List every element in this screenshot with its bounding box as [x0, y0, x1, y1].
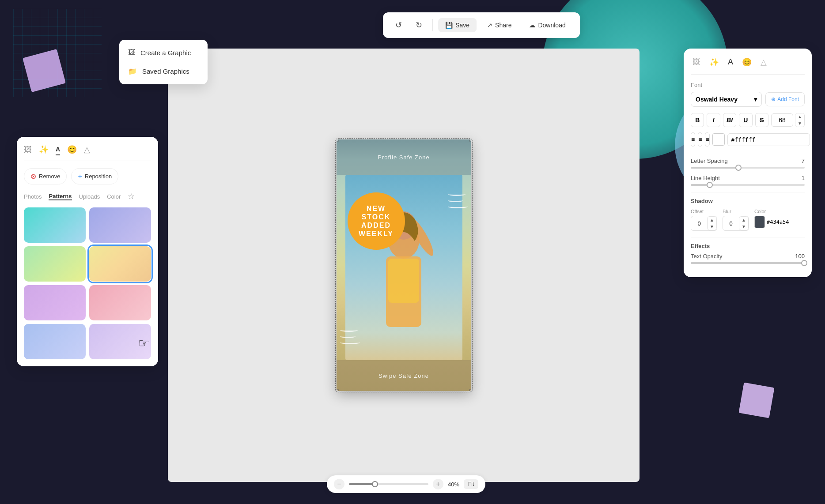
line-height-section: Line Height 1	[691, 175, 805, 186]
image-right-tab[interactable]: 🖼	[691, 56, 702, 69]
swatch-blue-purple[interactable]	[24, 324, 86, 359]
blur-input[interactable]	[723, 218, 739, 229]
zoom-fit-button[interactable]: Fit	[464, 479, 478, 489]
add-font-button[interactable]: ⊕ Add Font	[765, 92, 805, 106]
swatch-green-yellow[interactable]	[24, 246, 86, 282]
shadow-color-field: Color #434a54	[754, 209, 789, 231]
folder-icon: 📁	[128, 67, 137, 75]
font-size-input[interactable]	[771, 113, 793, 127]
bold-button[interactable]: B	[691, 113, 704, 127]
emoji-right-tab[interactable]: 😊	[740, 56, 753, 69]
letter-spacing-slider[interactable]	[691, 167, 805, 169]
create-graphic-item[interactable]: 🖼 Create a Graphic	[119, 43, 208, 62]
text-tab[interactable]: A	[56, 144, 60, 155]
right-panel: 🖼 ✨ A 😊 △ Font Oswald Heavy ▾ ⊕ Add Font…	[684, 49, 812, 277]
swatch-purple2[interactable]	[24, 285, 86, 320]
swatch-teal[interactable]	[24, 207, 86, 243]
swatch-pink[interactable]	[89, 285, 151, 320]
offset-down[interactable]: ▼	[708, 223, 716, 230]
zoom-minus-button[interactable]: −	[334, 479, 344, 489]
magic-tab-icon[interactable]: ✨	[39, 145, 49, 154]
underline-button[interactable]: U	[739, 113, 752, 127]
remove-icon: ⊗	[30, 172, 36, 181]
remove-button[interactable]: ⊗ Remove	[24, 168, 67, 184]
italic-button[interactable]: I	[707, 113, 720, 127]
star-icon[interactable]: ☆	[128, 192, 135, 201]
action-buttons: ⊗ Remove + Reposition	[24, 168, 151, 184]
font-size-up[interactable]: ▲	[795, 113, 804, 120]
text-color-swatch[interactable]	[712, 133, 725, 146]
text-right-tab[interactable]: A	[726, 56, 735, 69]
font-row: Oswald Heavy ▾ ⊕ Add Font	[691, 92, 805, 107]
reposition-button[interactable]: + Reposition	[71, 168, 118, 184]
emoji-tab-icon[interactable]: 😊	[67, 145, 77, 154]
offset-input[interactable]	[691, 218, 707, 229]
undo-button[interactable]: ↺	[390, 17, 407, 34]
align-right-button[interactable]: ≡	[705, 132, 709, 147]
letter-spacing-value: 7	[802, 158, 805, 164]
letter-spacing-label: Letter Spacing	[691, 158, 728, 164]
color-tab[interactable]: Color	[107, 193, 121, 200]
uploads-tab[interactable]: Uploads	[79, 193, 100, 200]
divider3	[691, 237, 805, 237]
font-select[interactable]: Oswald Heavy ▾	[691, 92, 762, 107]
sub-tabs: Photos Patterns Uploads Color ☆	[24, 192, 151, 201]
swatch-yellow-peach[interactable]	[89, 246, 151, 282]
offset-stepper: ▲ ▼	[707, 216, 717, 230]
design-card[interactable]: Profile Safe Zone	[337, 139, 471, 391]
bold-italic-button[interactable]: BI	[723, 113, 736, 127]
save-icon: 💾	[445, 22, 453, 29]
shadow-color-swatch[interactable]	[754, 216, 765, 228]
text-color-input[interactable]	[727, 133, 810, 146]
shapes-right-tab[interactable]: △	[759, 56, 768, 69]
effects-header: Effects	[691, 243, 805, 249]
align-center-button[interactable]: ≡	[698, 132, 702, 147]
swatch-purple[interactable]	[89, 207, 151, 243]
effects-section: Effects Text Opacity 100	[691, 243, 805, 264]
line-height-slider[interactable]	[691, 184, 805, 186]
shadow-offset-field: Offset ▲ ▼	[691, 209, 717, 231]
font-size-stepper: ▲ ▼	[795, 113, 805, 127]
strikethrough-button[interactable]: S	[755, 113, 768, 127]
panel-tabs: 🖼 ✨ A 😊 △	[24, 144, 151, 161]
text-opacity-slider[interactable]	[691, 262, 805, 264]
offset-up[interactable]: ▲	[708, 217, 716, 223]
zoom-slider[interactable]	[349, 483, 428, 485]
blur-label: Blur	[723, 209, 749, 214]
photos-tab[interactable]: Photos	[24, 193, 42, 200]
zoom-slider-thumb	[372, 481, 378, 487]
download-icon: ☁	[529, 22, 535, 29]
shadow-row: Offset ▲ ▼ Blur ▲ ▼	[691, 209, 805, 231]
shapes-tab-icon[interactable]: △	[84, 145, 90, 154]
blur-stepper: ▲ ▼	[739, 216, 749, 230]
add-font-label: Add Font	[777, 96, 799, 102]
zoom-plus-button[interactable]: +	[433, 479, 443, 489]
reposition-icon: +	[78, 173, 82, 181]
patterns-tab[interactable]: Patterns	[49, 193, 72, 200]
magic-right-tab[interactable]: ✨	[708, 56, 721, 69]
saved-graphics-item[interactable]: 📁 Saved Graphics	[119, 62, 208, 81]
swatch-light-purple[interactable]	[89, 324, 151, 359]
align-left-button[interactable]: ≡	[691, 132, 695, 147]
blur-up[interactable]: ▲	[739, 217, 748, 223]
line-height-label: Line Height	[691, 175, 720, 181]
image-tab-icon[interactable]: 🖼	[24, 145, 32, 154]
offset-input-group: ▲ ▼	[691, 216, 717, 231]
dropdown-menu: 🖼 Create a Graphic 📁 Saved Graphics	[119, 40, 208, 84]
share-label: Share	[495, 22, 511, 29]
share-button[interactable]: ↗ Share	[480, 18, 518, 32]
zoom-plus-icon: +	[436, 480, 440, 488]
font-size-down[interactable]: ▼	[795, 120, 804, 127]
shadow-header: Shadow	[691, 198, 805, 204]
shadow-blur-field: Blur ▲ ▼	[723, 209, 749, 231]
zoom-percentage: 40%	[448, 481, 459, 488]
save-button[interactable]: 💾 Save	[438, 18, 477, 32]
badge-text: NEWSTOCKADDEDWEEKLY	[359, 204, 394, 238]
share-icon: ↗	[487, 22, 492, 29]
blur-down[interactable]: ▼	[739, 223, 748, 230]
canvas-area: Profile Safe Zone	[168, 49, 640, 482]
text-opacity-section: Text Opacity 100	[691, 253, 805, 264]
redo-button[interactable]: ↻	[410, 17, 427, 34]
offset-label: Offset	[691, 209, 717, 214]
download-button[interactable]: ☁ Download	[522, 18, 572, 32]
